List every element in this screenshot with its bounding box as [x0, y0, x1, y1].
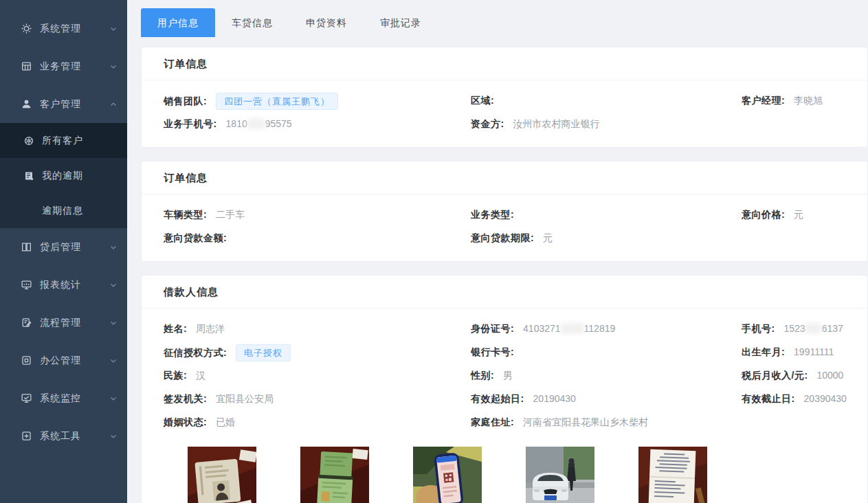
sidebar-item-overdue-info[interactable]: 逾期信息 — [0, 193, 127, 228]
field-label: 意向贷款期限: — [471, 232, 534, 243]
borrower-photos: 身份证 — [188, 447, 867, 503]
tab-car-loan-info[interactable]: 车贷信息 — [215, 8, 289, 37]
sidebar-item-label: 所有客户 — [42, 135, 118, 147]
field-value: 19911111 — [794, 346, 834, 357]
field-monthly-income: 税后月收入/元: 10000 — [742, 370, 867, 382]
field-value: 二手车 — [216, 209, 245, 220]
field-vehicle-type: 车辆类型: 二手车 — [164, 209, 471, 221]
sidebar-submenu-customer: 所有客户 我的逾期 逾期信息 — [0, 123, 127, 228]
field-label: 银行卡号: — [471, 346, 514, 357]
sidebar-item-report-statistics[interactable]: 报表统计 — [0, 266, 127, 304]
book-icon — [21, 241, 32, 253]
chevron-down-icon — [109, 357, 118, 365]
sidebar-item-process-management[interactable]: 流程管理 — [0, 304, 127, 342]
clipboard-pencil-icon — [21, 317, 32, 328]
sales-team-tag[interactable]: 四团一营（直属王鹏飞） — [216, 93, 338, 110]
sidebar-item-postloan-management[interactable]: 贷后管理 — [0, 228, 127, 266]
monitor-icon — [21, 279, 32, 291]
sidebar-item-label: 业务管理 — [40, 60, 109, 73]
field-value: 元 — [543, 232, 553, 243]
chevron-down-icon — [109, 25, 118, 33]
field-label: 有效起始日: — [471, 393, 524, 404]
field-value: 河南省宜阳县花果山乡木柴村 — [523, 416, 648, 427]
field-intent-loan-amount: 意向贷款金额: — [164, 232, 471, 245]
sidebar-item-my-overdue[interactable]: 我的逾期 — [0, 158, 127, 193]
chevron-down-icon — [109, 319, 118, 327]
person-car-photo[interactable]: 人车合影 — [526, 447, 594, 503]
field-label: 区域: — [471, 95, 494, 106]
monitor-check-icon — [21, 392, 32, 404]
field-gender: 性别: 男 — [471, 370, 742, 382]
chevron-down-icon — [109, 243, 118, 252]
app-window: 系统管理 业务管理 客户管理 所有客户 我的逾期 逾期信息 — [0, 0, 868, 503]
order-info-card-2: 订单信息 车辆类型: 二手车 业务类型: 意向价格: 元 — [141, 161, 868, 262]
tab-approval-records[interactable]: 审批记录 — [364, 8, 438, 37]
field-funder: 资金方: 汝州市农村商业银行 — [471, 118, 742, 131]
field-name: 姓名: 周志洋 — [164, 323, 471, 335]
field-valid-to: 有效截止日: 20390430 — [742, 393, 867, 405]
field-home-address: 家庭住址: 河南省宜阳县花果山乡木柴村 — [471, 416, 742, 429]
field-value-suffix: 112819 — [584, 323, 616, 334]
credit-auth-tag[interactable]: 电子授权 — [236, 344, 291, 361]
sidebar-item-system-monitor[interactable]: 系统监控 — [0, 379, 127, 417]
field-value: 李晓旭 — [794, 95, 823, 106]
sidebar-item-label: 贷后管理 — [40, 241, 109, 254]
field-label: 性别: — [471, 370, 494, 381]
field-value-suffix: 6137 — [822, 323, 843, 334]
field-label: 意向贷款金额: — [164, 232, 227, 243]
field-value: 汝州市农村商业银行 — [513, 118, 600, 129]
field-business-phone: 业务手机号: 181095575 — [164, 118, 471, 131]
chevron-down-icon — [109, 394, 118, 403]
notes-icon — [23, 170, 34, 181]
sidebar-item-label: 客户管理 — [40, 98, 109, 111]
chevron-down-icon — [109, 281, 118, 289]
vehicle-license-photo[interactable]: 行驶证照片 — [300, 447, 369, 503]
field-intent-price: 意向价格: 元 — [742, 209, 867, 221]
sidebar-item-business-management[interactable]: 业务管理 — [0, 47, 127, 85]
field-valid-from: 有效起始日: 20190430 — [471, 393, 742, 405]
document-photo[interactable]: 其他材料 — [638, 447, 707, 503]
sidebar-item-label: 系统监控 — [40, 392, 109, 405]
field-label: 出生年月: — [742, 346, 785, 357]
main-content: 用户信息 车贷信息 申贷资料 审批记录 订单信息 销售团队: 四团一营（直属王鹏… — [127, 0, 868, 503]
field-label: 税后月收入/元: — [742, 370, 808, 381]
order-info-card-1: 订单信息 销售团队: 四团一营（直属王鹏飞） 区域: 客户经理: 李晓旭 — [141, 47, 868, 148]
sidebar-item-office-management[interactable]: 办公管理 — [0, 342, 127, 379]
sidebar-item-system-management[interactable]: 系统管理 — [0, 10, 127, 47]
sidebar-item-system-tools[interactable]: 系统工具 — [0, 417, 127, 455]
sidebar-item-all-customers[interactable]: 所有客户 — [0, 123, 127, 158]
field-value-prefix: 1523 — [784, 323, 805, 334]
field-value: 汉 — [196, 370, 205, 381]
field-issuing-authority: 签发机关: 宜阳县公安局 — [164, 393, 471, 405]
field-value: 周志洋 — [196, 323, 225, 334]
field-value: 20190430 — [533, 393, 576, 404]
field-birth-date: 出生年月: 19911111 — [742, 346, 867, 359]
field-label: 客户经理: — [742, 95, 785, 106]
blur-mask — [805, 323, 822, 334]
field-credit-auth-method: 征信授权方式: 电子授权 — [164, 344, 471, 361]
sidebar-item-label: 系统工具 — [40, 430, 109, 443]
table-icon — [21, 60, 32, 72]
credit-auth-qr-photo[interactable]: 征信授权 — [413, 447, 482, 503]
field-label: 销售团队: — [164, 96, 207, 107]
sidebar-item-label: 我的逾期 — [42, 170, 118, 182]
field-label: 意向价格: — [742, 209, 785, 220]
gear-icon — [21, 23, 32, 34]
sidebar-item-label: 系统管理 — [40, 23, 109, 35]
field-label: 业务类型: — [471, 209, 514, 220]
id-card-photo[interactable]: 身份证 — [188, 447, 256, 503]
field-business-type: 业务类型: — [471, 209, 742, 221]
field-value-prefix: 4103271 — [523, 323, 561, 334]
wheel-icon — [23, 135, 34, 146]
field-ethnicity: 民族: 汉 — [164, 370, 471, 382]
field-label: 姓名: — [164, 323, 187, 334]
field-label: 手机号: — [742, 323, 775, 334]
card-title: 订单信息 — [142, 47, 867, 80]
field-region: 区域: — [471, 95, 742, 107]
tab-user-info[interactable]: 用户信息 — [141, 8, 215, 37]
sidebar-item-label: 流程管理 — [40, 317, 109, 329]
tab-loan-application-docs[interactable]: 申贷资料 — [289, 8, 364, 37]
blur-mask — [247, 118, 265, 129]
sidebar-item-customer-management[interactable]: 客户管理 — [0, 85, 127, 123]
field-label: 家庭住址: — [471, 416, 514, 427]
